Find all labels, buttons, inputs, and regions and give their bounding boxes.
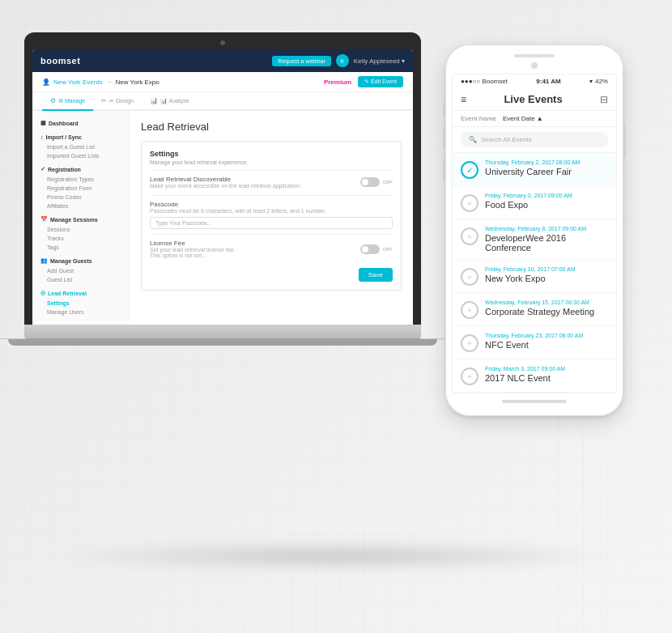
- event-name: DeveloperWee 2016 Conference: [485, 233, 608, 253]
- sidebar-item-reg-types[interactable]: Registration Types: [32, 175, 129, 184]
- sort-event-date[interactable]: Event Date ▲: [503, 115, 543, 122]
- event-add-icon: +: [461, 334, 478, 352]
- laptop-screen-outer: boomset Request a webinar K Kelly Apples…: [24, 32, 421, 325]
- list-item[interactable]: ✓ Thursday, February 2, 2017 08:00 AM Un…: [453, 153, 616, 186]
- sidebar-import-title[interactable]: ↕ Import / Sync: [32, 132, 129, 142]
- tab-manage[interactable]: ⚙ ⚙ Manage: [42, 92, 93, 111]
- edit-event-button[interactable]: ✎ Edit Event: [358, 76, 403, 87]
- sidebar-item-sessions[interactable]: Sessions: [32, 225, 129, 234]
- settings-card: Settings Manage your lead retrieval expe…: [141, 141, 402, 291]
- breadcrumb-bar: 👤 New York Events → New York Expo Premiu…: [32, 72, 413, 92]
- sidebar-lead-title[interactable]: ◎ Lead Retrieval: [32, 287, 129, 299]
- save-button[interactable]: Save: [359, 268, 393, 282]
- filter-icon[interactable]: ⊟: [600, 94, 608, 105]
- hamburger-menu-icon[interactable]: ≡: [461, 94, 466, 105]
- sidebar-item-add-guest[interactable]: Add Guest: [32, 266, 129, 275]
- license-label: License Fee: [150, 240, 235, 247]
- settings-card-desc: Manage your lead retrieval experience.: [150, 159, 393, 165]
- dashboard-icon: ▦: [40, 120, 46, 126]
- registration-icon: ✓: [40, 166, 45, 172]
- laptop-screen: boomset Request a webinar K Kelly Apples…: [32, 49, 413, 325]
- sort-bar: Event Name Event Date ▲: [453, 111, 616, 127]
- page-title: Lead Retrieval: [141, 121, 402, 133]
- discoverable-toggle[interactable]: [360, 177, 380, 187]
- event-add-icon: +: [461, 194, 478, 212]
- sidebar-item-tags[interactable]: Tags: [32, 243, 129, 252]
- passcode-input[interactable]: Type Your Passcode...: [150, 217, 393, 229]
- sidebar-section-sessions: 📅 Manage Sessions Sessions Tracks Tags: [32, 214, 129, 252]
- laptop-tabs: ⚙ ⚙ Manage ✏ ✏ Design 📊 📊 Analyze: [32, 92, 413, 111]
- list-item[interactable]: + Friday, February 3, 2017 09:00 AM Food…: [453, 186, 616, 219]
- setting-passcode: Passcode Passcodes must be 8 characters,…: [150, 201, 393, 229]
- event-info: Wednesday, February 8, 2017 09:00 AM Dev…: [485, 226, 608, 253]
- carrier-signal: ●●●○○ Boomset: [461, 78, 508, 85]
- tab-design[interactable]: ✏ ✏ Design: [93, 92, 142, 109]
- event-date: Thursday, February 2, 2017 08:00 AM: [485, 159, 608, 165]
- user-avatar: K: [336, 54, 349, 67]
- breadcrumb-parent[interactable]: New York Events: [53, 79, 102, 86]
- list-item[interactable]: + Thursday, February 23, 2017 08:00 AM N…: [453, 326, 616, 359]
- tab-analyze[interactable]: 📊 📊 Analyze: [142, 92, 197, 109]
- phone-screen: ●●●○○ Boomset 9:41 AM ▾ 42% ≡ Live Event…: [452, 74, 617, 393]
- event-info: Thursday, February 23, 2017 08:00 AM NFC…: [485, 333, 608, 350]
- event-checked-icon: ✓: [461, 161, 478, 179]
- sidebar-item-manage-users[interactable]: Manage Users: [32, 308, 129, 316]
- sidebar-item-import-guest[interactable]: Import a Guest List: [32, 142, 129, 151]
- sidebar-item-promo[interactable]: Promo Codes: [32, 193, 129, 202]
- manage-icon: ⚙: [50, 97, 56, 104]
- import-icon: ↕: [40, 134, 44, 140]
- sessions-icon: 📅: [40, 216, 48, 223]
- sidebar-item-imported-guests[interactable]: Imported Guest Lists: [32, 151, 129, 160]
- event-name: Food Expo: [485, 200, 608, 210]
- phone-device: ●●●○○ Boomset 9:41 AM ▾ 42% ≡ Live Event…: [445, 45, 623, 416]
- list-item[interactable]: + Friday, March 3, 2017 09:00 AM 2017 NL…: [453, 359, 616, 393]
- premium-badge: Premium: [324, 79, 351, 86]
- setting-discoverable-labels: Lead Retrieval Discoverable Make your ev…: [150, 176, 301, 189]
- phone-vol-down-button: [443, 158, 445, 182]
- event-date: Friday, February 10, 2017 07:00 AM: [485, 266, 608, 272]
- list-item[interactable]: + Wednesday, February 8, 2017 09:00 AM D…: [453, 219, 616, 260]
- sidebar-sessions-title[interactable]: 📅 Manage Sessions: [32, 214, 129, 225]
- sort-event-name[interactable]: Event Name: [461, 115, 496, 122]
- phone-power-button: [623, 125, 626, 158]
- phone-vol-up-button: [443, 125, 445, 150]
- phone-speaker: [514, 54, 555, 57]
- boomset-logo: boomset: [40, 56, 80, 66]
- passcode-label: Passcode: [150, 201, 393, 208]
- laptop-main: ▦ Dashboard ↕ Import / Sync Import a Gue…: [32, 111, 413, 321]
- sidebar-section-lead: ◎ Lead Retrieval Settings Manage Users: [32, 287, 129, 316]
- home-indicator[interactable]: [502, 400, 567, 403]
- sidebar-item-reg-form[interactable]: Registration Form: [32, 184, 129, 193]
- webinar-button[interactable]: Request a webinar: [272, 56, 330, 66]
- license-toggle-wrap: OFF: [360, 244, 393, 254]
- sidebar-nfc-title[interactable]: ◈ NFC / RFID: [32, 320, 129, 321]
- event-name: New York Expo: [485, 274, 608, 283]
- analyze-icon: 📊: [150, 97, 158, 104]
- battery-status: ▾ 42%: [589, 78, 608, 85]
- topbar-right: Request a webinar K Kelly Appleseed ▾: [272, 54, 405, 67]
- license-toggle[interactable]: [360, 244, 380, 254]
- list-item[interactable]: + Wednesday, February 15, 2017 08:30 AM …: [453, 293, 616, 326]
- phone-mute-button: [443, 101, 445, 117]
- sidebar-item-lead-settings[interactable]: Settings: [32, 299, 129, 308]
- breadcrumb-separator: →: [105, 79, 112, 86]
- search-icon: 🔍: [469, 136, 477, 143]
- sidebar-item-affiliates[interactable]: Affiliates: [32, 202, 129, 210]
- wifi-icon: ▾: [589, 78, 593, 85]
- license-desc: Set your lead retrieval license fee.: [150, 247, 235, 253]
- phone-screen-title: Live Events: [504, 93, 562, 105]
- event-name: Corporate Strategy Meeting: [485, 307, 608, 316]
- event-info: Thursday, February 2, 2017 08:00 AM Univ…: [485, 159, 608, 176]
- sidebar-dashboard-title[interactable]: ▦ Dashboard: [32, 117, 129, 129]
- search-input[interactable]: 🔍 Search All Events: [461, 132, 608, 147]
- search-area: 🔍 Search All Events: [453, 127, 616, 153]
- passcode-desc: Passcodes must be 8 characters, with at …: [150, 208, 393, 214]
- sidebar-item-guest-list[interactable]: Guest List: [32, 275, 129, 284]
- list-item[interactable]: + Friday, February 10, 2017 07:00 AM New…: [453, 260, 616, 293]
- license-subdesc: This option is not set...: [150, 253, 235, 258]
- sidebar-item-tracks[interactable]: Tracks: [32, 234, 129, 243]
- guests-icon: 👥: [40, 257, 48, 264]
- sidebar-registration-title[interactable]: ✓ Registration: [32, 164, 129, 175]
- sidebar-guests-title[interactable]: 👥 Manage Guests: [32, 255, 129, 266]
- breadcrumb: 👤 New York Events → New York Expo: [42, 79, 159, 86]
